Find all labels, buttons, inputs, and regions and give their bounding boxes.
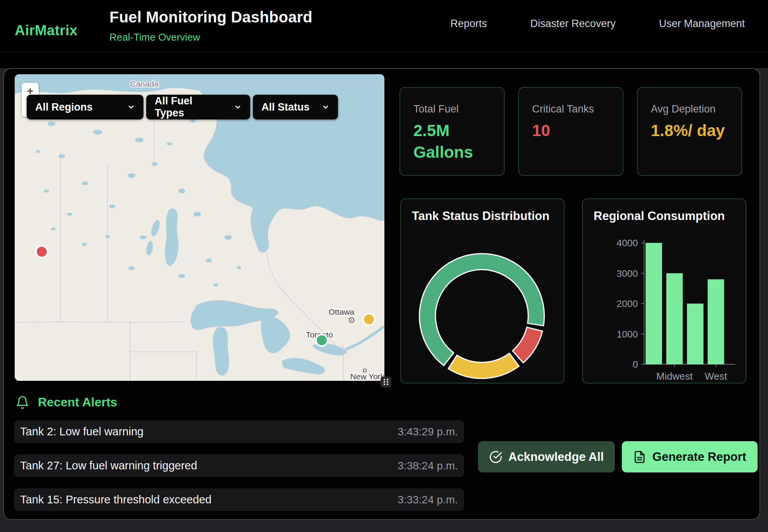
tank-marker-normal[interactable] — [316, 334, 328, 346]
chevron-down-icon — [127, 103, 135, 111]
filter-label: All Status — [261, 101, 310, 113]
alert-timestamp: 3:38:24 p.m. — [398, 460, 458, 472]
header-divider — [0, 52, 768, 53]
map-lake-winnipeg — [165, 208, 179, 266]
y-tick-label: 4000 — [617, 238, 638, 248]
stats-row: Total Fuel2.5M GallonsCritical Tanks10Av… — [399, 87, 742, 176]
alert-message: Tank 15: Pressure threshold exceeded — [20, 493, 212, 506]
map-label-newyork: New York — [350, 372, 384, 381]
alert-row[interactable]: Tank 2: Low fuel warning3:43:29 p.m. — [14, 420, 464, 443]
map-filters: All RegionsAll Fuel TypesAll Status — [27, 95, 338, 119]
acknowledge-all-label: Acknowledge All — [509, 450, 604, 464]
filter-label: All Fuel Types — [155, 95, 224, 119]
stat-value: 10 — [532, 120, 609, 142]
donut-segment-yellow — [448, 353, 519, 379]
stat-label: Total Fuel — [413, 103, 491, 115]
bar-2 — [687, 304, 703, 364]
nav-item-reports[interactable]: Reports — [451, 18, 487, 30]
tank-status-donut-chart — [401, 199, 564, 383]
drag-dots-icon — [381, 377, 391, 387]
document-icon — [633, 450, 646, 464]
donut-segment-red — [512, 327, 542, 363]
town-dot-ottawa-core — [351, 319, 352, 321]
town-dot-newyork — [364, 369, 366, 372]
stat-label: Avg Depletion — [651, 103, 728, 115]
filter-dropdown-all-regions[interactable]: All Regions — [27, 95, 143, 119]
nav-item-user-management[interactable]: User Management — [659, 18, 745, 30]
x-tick-label: West — [705, 371, 727, 382]
donut-chart-title: Tank Status Distribution — [412, 209, 550, 223]
filter-dropdown-all-fuel-types[interactable]: All Fuel Types — [146, 95, 250, 119]
app-logo[interactable]: AirMatrix — [15, 22, 77, 39]
bell-icon — [15, 396, 29, 409]
filter-label: All Regions — [35, 101, 93, 113]
y-tick-label: 0 — [633, 359, 638, 370]
main-nav: ReportsDisaster RecoveryUser Management — [451, 18, 745, 30]
alerts-title: Recent Alerts — [38, 395, 117, 409]
bar-0 — [645, 243, 662, 364]
map-label-country: Canada — [130, 79, 159, 88]
drag-handle-icon[interactable] — [381, 377, 391, 387]
y-tick-label: 1000 — [617, 329, 638, 339]
tank-status-card: Tank Status Distribution — [400, 198, 565, 384]
map-panel[interactable]: Canada Ottawa Toronto New York + − All R… — [15, 74, 384, 381]
page-title: Fuel Monitoring Dashboard — [109, 9, 312, 26]
regional-consumption-card: Regional Consumption 01000200030004000Mi… — [582, 198, 746, 384]
stat-card-total-fuel: Total Fuel2.5M Gallons — [399, 87, 505, 176]
stat-card-critical-tanks: Critical Tanks10 — [518, 87, 623, 176]
y-tick-label: 3000 — [617, 268, 638, 279]
generate-report-label: Generate Report — [652, 450, 746, 464]
page-subtitle: Real-Time Overview — [109, 31, 312, 43]
nav-item-disaster-recovery[interactable]: Disaster Recovery — [530, 18, 616, 30]
map-canvas: Canada Ottawa Toronto New York — [15, 74, 384, 381]
header: AirMatrix Fuel Monitoring Dashboard Real… — [0, 0, 768, 68]
bar-3 — [708, 279, 724, 364]
map-label-ottawa: Ottawa — [329, 307, 355, 316]
generate-report-button[interactable]: Generate Report — [622, 441, 758, 472]
regional-consumption-bar-chart: 01000200030004000MidwestWest — [583, 199, 746, 383]
filter-dropdown-all-status[interactable]: All Status — [253, 95, 338, 119]
alert-timestamp: 3:33:24 p.m. — [398, 494, 458, 506]
tank-marker-warning[interactable] — [363, 314, 375, 325]
chevron-down-icon — [322, 103, 329, 111]
bar-1 — [666, 273, 683, 365]
stat-label: Critical Tanks — [532, 103, 609, 115]
y-tick-label: 2000 — [617, 298, 638, 309]
alert-row[interactable]: Tank 15: Pressure threshold exceeded3:33… — [14, 488, 464, 511]
check-circle-icon — [489, 450, 502, 464]
tank-marker-critical[interactable] — [36, 246, 48, 257]
alert-timestamp: 3:43:29 p.m. — [398, 426, 458, 438]
x-tick-label: Midwest — [656, 371, 693, 382]
alerts-header: Recent Alerts — [15, 395, 117, 409]
acknowledge-all-button[interactable]: Acknowledge All — [478, 441, 615, 472]
chevron-down-icon — [234, 103, 242, 111]
alert-row[interactable]: Tank 27: Low fuel warning triggered3:38:… — [14, 454, 464, 477]
stat-value: 2.5M Gallons — [413, 120, 491, 163]
alert-message: Tank 2: Low fuel warning — [20, 425, 143, 438]
alert-message: Tank 27: Low fuel warning triggered — [20, 459, 197, 472]
stat-card-avg-depletion: Avg Depletion1.8%/ day — [637, 87, 742, 176]
stat-value: 1.8%/ day — [651, 120, 728, 142]
bar-chart-title: Regional Consumption — [594, 209, 725, 223]
